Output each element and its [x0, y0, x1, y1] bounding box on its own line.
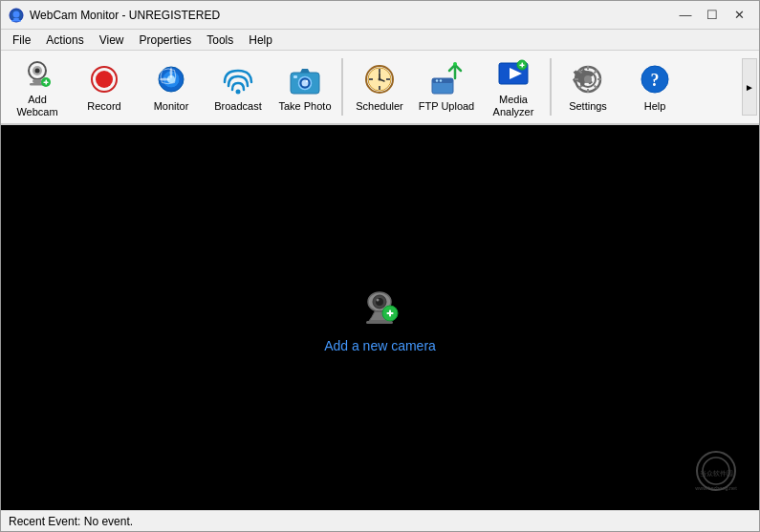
add-webcam-button[interactable]: Add Webcam [5, 53, 70, 120]
minimize-button[interactable]: — [673, 6, 698, 25]
svg-point-35 [440, 80, 442, 82]
toolbar-separator-1 [341, 58, 343, 116]
menu-file[interactable]: File [5, 32, 38, 49]
monitor-icon [152, 60, 190, 98]
svg-point-6 [35, 68, 40, 73]
take-photo-icon [286, 60, 324, 98]
svg-rect-7 [33, 79, 42, 83]
record-icon [85, 60, 123, 98]
content-area: Add a new camera 当众软件园 www.hezhong.net [1, 125, 759, 510]
monitor-label: Monitor [154, 100, 189, 113]
menu-actions[interactable]: Actions [38, 32, 91, 49]
status-bar: Recent Event: No event. [1, 510, 759, 531]
title-bar-left: WebCam Monitor - UNREGISTERED [9, 8, 220, 23]
scheduler-icon [360, 60, 399, 98]
add-webcam-icon [18, 55, 56, 92]
svg-point-34 [436, 80, 438, 82]
ftp-upload-button[interactable]: FTP Upload [414, 53, 479, 120]
svg-point-37 [453, 62, 457, 66]
status-text: Recent Event: No event. [9, 515, 133, 528]
take-photo-label: Take Photo [278, 100, 331, 113]
svg-point-17 [236, 90, 241, 95]
svg-point-13 [96, 71, 113, 88]
record-button[interactable]: Record [72, 53, 137, 120]
scheduler-label: Scheduler [356, 100, 403, 113]
close-button[interactable]: ✕ [727, 6, 751, 25]
take-photo-button[interactable]: Take Photo [272, 53, 337, 120]
svg-point-45 [584, 75, 592, 83]
add-camera-label: Add a new camera [324, 338, 436, 353]
settings-button[interactable]: Settings [555, 53, 620, 120]
app-icon [9, 8, 24, 23]
svg-text:当众软件园: 当众软件园 [700, 470, 733, 477]
svg-rect-3 [11, 20, 21, 22]
menu-properties[interactable]: Properties [132, 32, 200, 49]
monitor-button[interactable]: Monitor [139, 53, 204, 120]
ftp-upload-icon [427, 60, 466, 98]
watermark: 当众软件园 www.hezhong.net [683, 450, 749, 500]
media-analyzer-button[interactable]: Media Analyzer [481, 53, 546, 120]
ftp-upload-label: FTP Upload [419, 100, 475, 113]
broadcast-button[interactable]: Broadcast [206, 53, 271, 120]
settings-icon [569, 60, 607, 98]
menu-bar: File Actions View Properties Tools Help [1, 30, 759, 51]
menu-tools[interactable]: Tools [199, 32, 241, 49]
svg-rect-11 [46, 79, 48, 84]
menu-view[interactable]: View [92, 32, 132, 49]
scheduler-button[interactable]: Scheduler [347, 53, 412, 120]
svg-rect-42 [522, 62, 524, 67]
menu-help[interactable]: Help [241, 32, 280, 49]
svg-point-1 [13, 11, 20, 17]
svg-text:?: ? [651, 71, 660, 90]
toolbar-scroll-right[interactable]: ► [742, 58, 757, 116]
add-webcam-label: Add Webcam [8, 94, 67, 118]
maximize-button[interactable]: ☐ [700, 6, 725, 25]
svg-point-31 [379, 78, 381, 81]
media-analyzer-icon [494, 55, 532, 92]
toolbar: Add Webcam Record [1, 51, 759, 125]
title-bar: WebCam Monitor - UNREGISTERED — ☐ ✕ [1, 1, 759, 30]
broadcast-icon [219, 60, 257, 98]
add-camera-icon [356, 283, 403, 330]
help-button[interactable]: ? Help [622, 53, 687, 120]
svg-rect-60 [366, 321, 393, 324]
svg-rect-33 [432, 78, 453, 83]
svg-rect-2 [13, 18, 19, 20]
svg-rect-63 [389, 309, 391, 316]
help-icon: ? [636, 60, 674, 98]
svg-text:www.hezhong.net: www.hezhong.net [694, 485, 737, 491]
toolbar-separator-2 [550, 58, 552, 116]
title-bar-controls: — ☐ ✕ [673, 6, 751, 25]
svg-point-59 [377, 298, 380, 301]
svg-line-53 [579, 86, 582, 89]
svg-line-51 [595, 86, 597, 89]
main-viewport[interactable]: Add a new camera 当众软件园 www.hezhong.net [1, 125, 759, 510]
svg-rect-22 [293, 75, 297, 78]
settings-label: Settings [569, 100, 607, 113]
record-label: Record [87, 100, 120, 113]
add-camera-prompt[interactable]: Add a new camera [324, 283, 436, 353]
help-label: Help [644, 100, 666, 113]
media-analyzer-label: Media Analyzer [484, 94, 543, 118]
broadcast-label: Broadcast [214, 100, 262, 113]
svg-line-52 [595, 71, 597, 74]
svg-point-21 [306, 80, 308, 82]
window-title: WebCam Monitor - UNREGISTERED [30, 9, 220, 22]
app-window: WebCam Monitor - UNREGISTERED — ☐ ✕ File… [0, 0, 760, 532]
